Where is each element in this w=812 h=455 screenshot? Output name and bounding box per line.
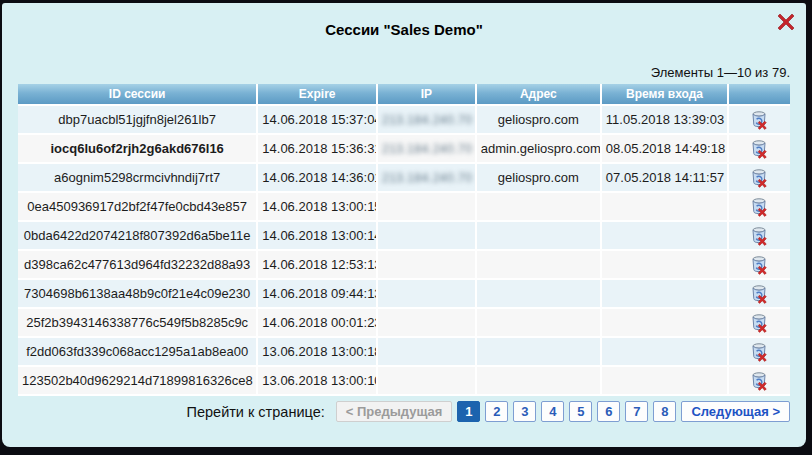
delete-session-button[interactable]: [750, 110, 770, 130]
actions-cell: [728, 221, 790, 250]
delete-session-button[interactable]: [750, 139, 770, 159]
expire-cell: 14.06.2018 13:00:14: [257, 221, 377, 250]
ip-cell: [377, 279, 476, 308]
login-time-cell: [601, 366, 728, 395]
delete-session-button[interactable]: [750, 313, 770, 333]
column-header-Expire: Expire: [257, 84, 377, 105]
table-row: d398ca62c477613d964fd32232d88a9314.06.20…: [18, 250, 790, 279]
page-button-5[interactable]: 5: [569, 401, 592, 422]
expire-cell: 14.06.2018 15:37:04: [257, 105, 377, 134]
ip-cell: [377, 337, 476, 366]
expire-cell: 13.06.2018 13:00:18: [257, 337, 377, 366]
table-row: f2dd063fd339c068acc1295a1ab8ea0013.06.20…: [18, 337, 790, 366]
table-row: 25f2b3943146338776c549f5b8285c9c14.06.20…: [18, 308, 790, 337]
actions-cell: [728, 192, 790, 221]
delete-session-button[interactable]: [750, 197, 770, 217]
address-cell: admin.geliospro.com: [476, 134, 601, 163]
close-icon: [777, 13, 795, 31]
page-button-4[interactable]: 4: [541, 401, 564, 422]
pagination-bar: Перейти к странице: < Предыдущая 1234567…: [18, 401, 790, 422]
trash-icon: [750, 284, 770, 304]
column-header-ID сессии: ID сессии: [18, 84, 257, 105]
login-time-cell: [601, 337, 728, 366]
session-id-cell: dbp7uacbl51jgjfn8jel261lb7: [18, 105, 257, 134]
actions-cell: [728, 308, 790, 337]
page-button-7[interactable]: 7: [625, 401, 648, 422]
actions-cell: [728, 105, 790, 134]
expire-cell: 13.06.2018 13:00:10: [257, 366, 377, 395]
address-cell: [476, 192, 601, 221]
ip-cell: 213.184.240.70: [377, 163, 476, 192]
expire-cell: 14.06.2018 15:36:31: [257, 134, 377, 163]
trash-icon: [750, 197, 770, 217]
address-cell: [476, 308, 601, 337]
address-cell: [476, 250, 601, 279]
actions-cell: [728, 279, 790, 308]
session-id-cell: f2dd063fd339c068acc1295a1ab8ea00: [18, 337, 257, 366]
session-id-cell: 7304698b6138aa48b9c0f21e4c09e230: [18, 279, 257, 308]
delete-session-button[interactable]: [750, 284, 770, 304]
trash-icon: [750, 226, 770, 246]
ip-cell: 213.184.240.70: [377, 134, 476, 163]
table-row: 7304698b6138aa48b9c0f21e4c09e23014.06.20…: [18, 279, 790, 308]
trash-icon: [750, 168, 770, 188]
ip-cell: 213.184.240.70: [377, 105, 476, 134]
actions-cell: [728, 337, 790, 366]
items-range-info: Элементы 1—10 из 79.: [18, 65, 790, 80]
trash-icon: [750, 255, 770, 275]
delete-session-button[interactable]: [750, 255, 770, 275]
column-header-Адрес: Адрес: [476, 84, 601, 105]
goto-page-label: Перейти к странице:: [187, 404, 325, 420]
ip-cell: [377, 308, 476, 337]
session-id-cell: 0bda6422d2074218f807392d6a5be11e: [18, 221, 257, 250]
login-time-cell: [601, 221, 728, 250]
address-cell: geliospro.com: [476, 163, 601, 192]
table-row: dbp7uacbl51jgjfn8jel261lb714.06.2018 15:…: [18, 105, 790, 134]
column-header-IP: IP: [377, 84, 476, 105]
close-button[interactable]: [776, 13, 796, 33]
table-header-row: ID сессииExpireIPАдресВремя входа: [18, 84, 790, 105]
trash-icon: [750, 110, 770, 130]
login-time-cell: [601, 308, 728, 337]
delete-session-button[interactable]: [750, 371, 770, 391]
page-button-1[interactable]: 1: [457, 401, 480, 422]
expire-cell: 14.06.2018 13:00:15: [257, 192, 377, 221]
delete-session-button[interactable]: [750, 168, 770, 188]
dialog-title: Сессии "Sales Demo": [18, 21, 790, 38]
session-id-cell: 0ea450936917d2bf2f47fe0cbd43e857: [18, 192, 257, 221]
ip-cell: [377, 192, 476, 221]
expire-cell: 14.06.2018 00:01:23: [257, 308, 377, 337]
address-cell: [476, 337, 601, 366]
actions-cell: [728, 134, 790, 163]
next-page-button[interactable]: Следующая >: [681, 401, 790, 422]
column-header-actions: [728, 84, 790, 105]
trash-icon: [750, 342, 770, 362]
address-cell: [476, 279, 601, 308]
session-id-cell: d398ca62c477613d964fd32232d88a93: [18, 250, 257, 279]
delete-session-button[interactable]: [750, 226, 770, 246]
expire-cell: 14.06.2018 14:36:01: [257, 163, 377, 192]
page-button-3[interactable]: 3: [513, 401, 536, 422]
login-time-cell: 11.05.2018 13:39:03: [601, 105, 728, 134]
trash-icon: [750, 371, 770, 391]
ip-value-redacted: 213.184.240.70: [382, 113, 472, 127]
ip-value-redacted: 213.184.240.70: [382, 171, 472, 185]
ip-value-redacted: 213.184.240.70: [382, 142, 472, 156]
sessions-dialog: Сессии "Sales Demo" Элементы 1—10 из 79.…: [2, 3, 806, 447]
page-button-8[interactable]: 8: [653, 401, 676, 422]
page-button-6[interactable]: 6: [597, 401, 620, 422]
page-button-2[interactable]: 2: [485, 401, 508, 422]
ip-cell: [377, 366, 476, 395]
session-id-cell: iocq6lu6of2rjh2g6akd676l16: [18, 134, 257, 163]
prev-page-button[interactable]: < Предыдущая: [336, 401, 453, 422]
table-row: a6ognim5298crmcivhndij7rt714.06.2018 14:…: [18, 163, 790, 192]
expire-cell: 14.06.2018 09:44:13: [257, 279, 377, 308]
table-row: 123502b40d9629214d71899816326ce813.06.20…: [18, 366, 790, 395]
delete-session-button[interactable]: [750, 342, 770, 362]
login-time-cell: 08.05.2018 14:49:18: [601, 134, 728, 163]
login-time-cell: [601, 192, 728, 221]
expire-cell: 14.06.2018 12:53:13: [257, 250, 377, 279]
login-time-cell: 07.05.2018 14:11:57: [601, 163, 728, 192]
column-header-Время входа: Время входа: [601, 84, 728, 105]
login-time-cell: [601, 250, 728, 279]
